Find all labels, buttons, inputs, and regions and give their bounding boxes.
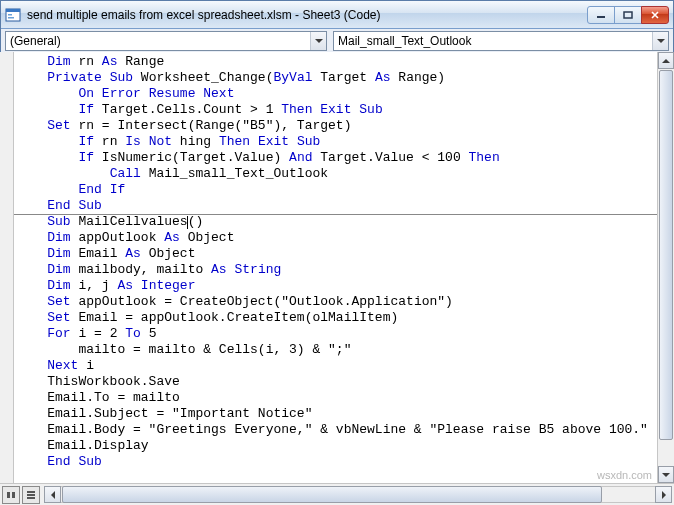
code-line: If Target.Cells.Count > 1 Then Exit Sub	[16, 102, 657, 118]
margin-indicator-bar	[0, 52, 14, 483]
window-controls	[588, 6, 669, 24]
scroll-down-button[interactable]	[658, 466, 674, 483]
view-buttons	[0, 484, 40, 505]
procedure-view-button[interactable]	[2, 486, 20, 504]
svg-rect-5	[624, 12, 632, 18]
horizontal-scroll-thumb[interactable]	[62, 486, 602, 503]
close-button[interactable]	[641, 6, 669, 24]
vertical-scroll-thumb[interactable]	[659, 70, 673, 440]
svg-rect-4	[597, 16, 605, 18]
code-line: Dim i, j As Integer	[16, 278, 657, 294]
object-dropdown[interactable]: (General)	[5, 31, 327, 51]
full-module-view-button[interactable]	[22, 486, 40, 504]
code-line: If rn Is Not hing Then Exit Sub	[16, 134, 657, 150]
code-line: Call Mail_small_Text_Outlook	[16, 166, 657, 182]
code-line: Email.To = mailto	[16, 390, 657, 406]
window-title: send multiple emails from excel spreadsh…	[27, 8, 588, 22]
title-bar: send multiple emails from excel spreadsh…	[1, 1, 673, 29]
scroll-right-button[interactable]	[655, 486, 672, 503]
chevron-down-icon	[652, 32, 668, 50]
code-area: Dim rn As Range Private Sub Worksheet_Ch…	[0, 52, 674, 483]
object-dropdown-value: (General)	[10, 34, 61, 48]
chevron-down-icon	[310, 32, 326, 50]
code-line: Sub MailCellvalues()	[16, 214, 657, 230]
svg-rect-1	[6, 9, 20, 12]
svg-rect-2	[8, 14, 12, 16]
code-line: ThisWorkbook.Save	[16, 374, 657, 390]
scroll-up-button[interactable]	[658, 52, 674, 69]
watermark: wsxdn.com	[597, 469, 652, 481]
code-line: Set rn = Intersect(Range("B5"), Target)	[16, 118, 657, 134]
code-line: Private Sub Worksheet_Change(ByVal Targe…	[16, 70, 657, 86]
code-line: End Sub	[16, 454, 657, 470]
minimize-button[interactable]	[587, 6, 615, 24]
code-line: Email.Subject = "Important Notice"	[16, 406, 657, 422]
vertical-scrollbar[interactable]	[657, 52, 674, 483]
scroll-left-button[interactable]	[44, 486, 61, 503]
svg-rect-6	[7, 492, 10, 498]
code-line: End Sub	[16, 198, 657, 214]
code-line: mailto = mailto & Cells(i, 3) & ";"	[16, 342, 657, 358]
code-line: End If	[16, 182, 657, 198]
svg-rect-9	[27, 494, 35, 496]
procedure-dropdown[interactable]: Mail_small_Text_Outlook	[333, 31, 669, 51]
code-editor[interactable]: Dim rn As Range Private Sub Worksheet_Ch…	[14, 52, 657, 483]
code-line: Email.Display	[16, 438, 657, 454]
app-icon	[5, 7, 21, 23]
declarations-bar: (General) Mail_small_Text_Outlook	[1, 29, 673, 53]
code-line: Next i	[16, 358, 657, 374]
code-line: Dim mailbody, mailto As String	[16, 262, 657, 278]
code-line: Email.Body = "Greetings Everyone," & vbN…	[16, 422, 657, 438]
bottom-bar	[0, 483, 674, 505]
code-line: Dim rn As Range	[16, 54, 657, 70]
code-line: On Error Resume Next	[16, 86, 657, 102]
svg-rect-8	[27, 491, 35, 493]
code-line: If IsNumeric(Target.Value) And Target.Va…	[16, 150, 657, 166]
maximize-button[interactable]	[614, 6, 642, 24]
code-line: Dim appOutlook As Object	[16, 230, 657, 246]
code-line: Set appOutlook = CreateObject("Outlook.A…	[16, 294, 657, 310]
svg-rect-10	[27, 497, 35, 499]
code-line: Dim Email As Object	[16, 246, 657, 262]
svg-rect-3	[8, 17, 14, 19]
code-line: Set Email = appOutlook.CreateItem(olMail…	[16, 310, 657, 326]
procedure-divider	[14, 214, 657, 215]
procedure-dropdown-value: Mail_small_Text_Outlook	[338, 34, 471, 48]
svg-rect-7	[12, 492, 15, 498]
horizontal-scrollbar[interactable]	[44, 486, 672, 503]
code-line: For i = 2 To 5	[16, 326, 657, 342]
